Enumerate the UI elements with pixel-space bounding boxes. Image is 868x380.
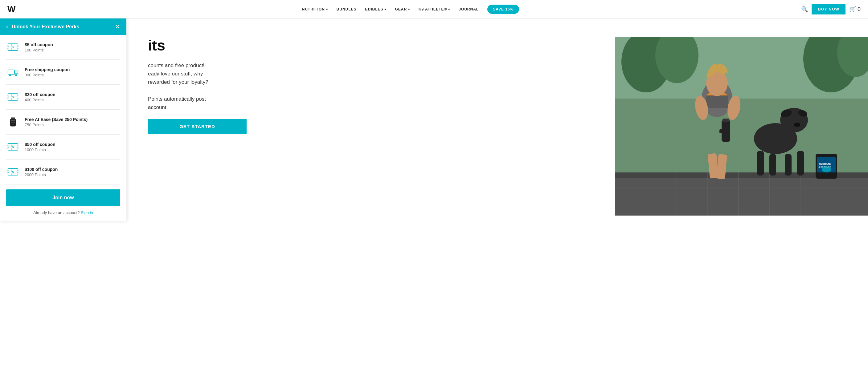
svg-point-60: [794, 123, 800, 127]
rewards-panel: ‹ Unlock Your Exclusive Perks ✕ $ $5 of: [0, 19, 126, 221]
reward-info-3: $20 off coupon 400 Points: [25, 92, 56, 102]
svg-rect-5: [8, 70, 15, 74]
nav-nutrition[interactable]: NUTRITION: [302, 7, 328, 11]
rewards-list: $ $5 off coupon 100 Points: [0, 35, 126, 184]
reward-info-1: $5 off coupon 100 Points: [25, 42, 53, 53]
svg-rect-16: [11, 120, 15, 121]
svg-point-69: [822, 166, 831, 172]
coupon-icon-1: $: [6, 40, 20, 54]
svg-point-1: [7, 46, 9, 48]
reward-points-4: 750 Points: [25, 123, 88, 127]
reward-name-6: $100 off coupon: [25, 167, 58, 172]
svg-rect-17: [11, 122, 15, 123]
svg-point-19: [7, 146, 9, 148]
svg-rect-47: [706, 96, 728, 108]
svg-rect-34: [615, 172, 868, 215]
reward-item-2: Free shipping coupon 300 Points: [6, 60, 120, 85]
reward-item-6: $ $100 off coupon 2000 Points: [6, 160, 120, 184]
main-nav: W NUTRITION BUNDLES EDIBLES GEAR K9 ATHL…: [0, 0, 868, 19]
search-icon[interactable]: 🔍: [801, 6, 808, 13]
sign-in-link[interactable]: Sign in: [81, 210, 93, 215]
nav-right: 🔍 BUY NOW 🛒 0: [801, 4, 861, 14]
reward-name-5: $50 off coupon: [25, 142, 56, 147]
reward-info-2: Free shipping coupon 300 Points: [25, 67, 70, 77]
page-body: counts and free product! eady love our s…: [148, 61, 308, 111]
svg-point-25: [17, 171, 19, 173]
svg-rect-14: [11, 117, 15, 119]
coupon-icon-5: $: [6, 140, 20, 154]
reward-points-3: 400 Points: [25, 98, 56, 102]
bottle-icon: [6, 115, 20, 129]
panel-header: ‹ Unlock Your Exclusive Perks ✕: [0, 19, 126, 35]
already-account-text: Already have an account? Sign in: [6, 210, 120, 215]
reward-item-3: $ $20 off coupon 400 Points: [6, 85, 120, 110]
reward-item-1: $ $5 off coupon 100 Points: [6, 35, 120, 60]
nav-journal[interactable]: JOURNAL: [459, 7, 479, 11]
nav-gear[interactable]: GEAR: [395, 7, 410, 11]
main-content: ‹ Unlock Your Exclusive Perks ✕ $ $5 of: [0, 19, 868, 234]
join-now-button[interactable]: Join now: [6, 189, 120, 206]
hero-image-placeholder: HYDRATE & RECOVER: [615, 37, 868, 215]
cart-icon[interactable]: 🛒 0: [849, 6, 861, 13]
svg-point-10: [7, 96, 9, 98]
reward-item-4: Free At Ease (Save 250 Points) 750 Point…: [6, 110, 120, 135]
reward-info-6: $100 off coupon 2000 Points: [25, 167, 58, 177]
reward-points-5: 1000 Points: [25, 147, 56, 152]
coupon-icon-6: $: [6, 165, 20, 179]
svg-point-24: [7, 171, 9, 173]
svg-rect-64: [797, 151, 804, 175]
reward-name-1: $5 off coupon: [25, 42, 53, 47]
svg-text:$: $: [12, 46, 13, 49]
nav-links: NUTRITION BUNDLES EDIBLES GEAR K9 ATHLET…: [27, 5, 794, 14]
reward-points-1: 100 Points: [25, 48, 53, 53]
nav-k9[interactable]: K9 ATHLETE®: [418, 7, 450, 11]
svg-point-2: [17, 46, 19, 48]
hero-image: HYDRATE & RECOVER: [615, 37, 868, 215]
save-15-button[interactable]: SAVE 15%: [487, 5, 519, 14]
svg-rect-55: [719, 129, 725, 133]
svg-point-20: [17, 146, 19, 148]
svg-text:$: $: [12, 146, 13, 149]
nav-edibles[interactable]: EDIBLES: [365, 7, 386, 11]
svg-text:$: $: [12, 171, 13, 174]
svg-point-11: [17, 96, 19, 98]
reward-points-6: 2000 Points: [25, 172, 58, 177]
panel-close-button[interactable]: ✕: [115, 24, 120, 30]
svg-point-6: [9, 74, 10, 75]
reward-name-2: Free shipping coupon: [25, 67, 70, 72]
svg-rect-62: [769, 154, 776, 175]
site-logo: W: [7, 4, 15, 14]
coupon-icon-3: $: [6, 90, 20, 104]
get-started-button[interactable]: GET STARTED: [148, 119, 247, 134]
svg-text:HYDRATE: HYDRATE: [819, 163, 831, 165]
panel-back-button[interactable]: ‹: [6, 24, 8, 30]
nav-bundles[interactable]: BUNDLES: [337, 7, 356, 11]
svg-point-7: [15, 74, 17, 75]
reward-item-5: $ $50 off coupon 1000 Points: [6, 135, 120, 160]
svg-rect-63: [785, 154, 792, 175]
panel-title: Unlock Your Exclusive Perks: [12, 24, 111, 30]
svg-text:$: $: [12, 96, 13, 99]
panel-footer: Join now Already have an account? Sign i…: [0, 184, 126, 221]
buy-now-button[interactable]: BUY NOW: [812, 4, 845, 14]
svg-rect-61: [757, 151, 764, 175]
reward-name-3: $20 off coupon: [25, 92, 56, 97]
reward-info-5: $50 off coupon 1000 Points: [25, 142, 56, 152]
reward-name-4: Free At Ease (Save 250 Points): [25, 117, 88, 122]
reward-points-2: 300 Points: [25, 73, 70, 77]
svg-rect-51: [722, 118, 729, 122]
shipping-icon: [6, 65, 20, 79]
reward-info-4: Free At Ease (Save 250 Points) 750 Point…: [25, 117, 88, 127]
